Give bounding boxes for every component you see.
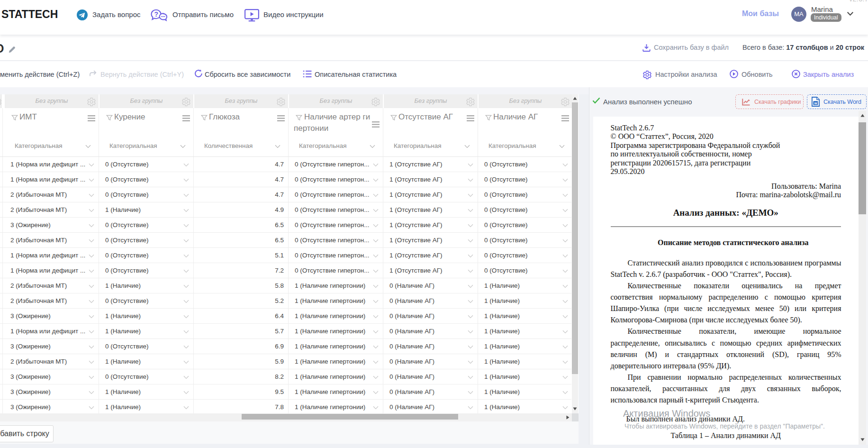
svg-text:?: ? [154,10,159,18]
svg-text:w: w [814,101,817,105]
